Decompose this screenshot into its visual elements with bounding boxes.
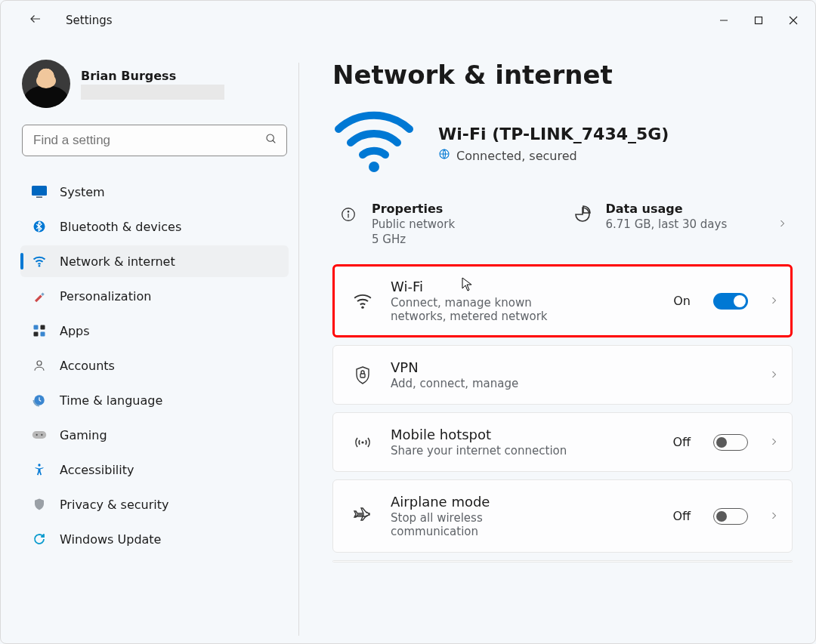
setting-title: Mobile hotspot xyxy=(391,427,656,442)
svg-point-22 xyxy=(348,211,348,212)
svg-point-12 xyxy=(37,361,42,365)
sidebar-nav: System Bluetooth & devices Network & int… xyxy=(19,176,290,555)
sidebar-item-network[interactable]: Network & internet xyxy=(20,245,289,277)
svg-point-2 xyxy=(267,134,274,141)
setting-airplane[interactable]: Airplane mode Stop all wireless communic… xyxy=(332,479,793,553)
setting-sub: Connect, manage known networks, metered … xyxy=(391,296,587,323)
sidebar-item-gaming[interactable]: Gaming xyxy=(20,419,289,451)
sidebar-item-time[interactable]: Time & language xyxy=(20,384,289,416)
search-input[interactable] xyxy=(32,132,265,149)
setting-title: Wi-Fi xyxy=(391,279,657,294)
connection-subtitle: Connected, secured xyxy=(456,149,577,163)
svg-point-23 xyxy=(361,306,363,308)
wifi-large-icon xyxy=(332,108,416,179)
svg-rect-10 xyxy=(34,332,39,337)
sidebar-item-label: Windows Update xyxy=(60,532,161,547)
minimize-button[interactable] xyxy=(706,8,741,32)
sidebar-item-accounts[interactable]: Accounts xyxy=(20,350,289,381)
chevron-right-icon xyxy=(769,367,778,383)
search-box[interactable] xyxy=(22,125,287,156)
airplane-icon xyxy=(351,507,374,525)
chevron-right-icon xyxy=(777,216,787,232)
sidebar-item-apps[interactable]: Apps xyxy=(20,315,289,347)
sidebar-item-label: Gaming xyxy=(60,428,107,442)
setting-title: Airplane mode xyxy=(391,494,656,510)
toggle-state-label: Off xyxy=(672,509,691,523)
svg-rect-8 xyxy=(34,325,39,330)
sidebar-item-bluetooth[interactable]: Bluetooth & devices xyxy=(20,211,289,242)
properties-line2: 5 GHz xyxy=(372,233,455,246)
airplane-toggle[interactable] xyxy=(713,508,748,525)
data-usage-icon xyxy=(573,205,592,224)
maximize-button[interactable] xyxy=(741,8,776,32)
hotspot-toggle[interactable] xyxy=(713,434,748,451)
sidebar-item-label: Accessibility xyxy=(60,463,134,477)
bluetooth-icon xyxy=(31,218,48,235)
wifi-icon xyxy=(351,293,374,310)
setting-vpn[interactable]: VPN Add, connect, manage xyxy=(332,345,793,405)
sidebar-item-label: Network & internet xyxy=(60,254,175,269)
svg-rect-11 xyxy=(41,332,45,337)
titlebar: Settings xyxy=(1,1,815,40)
sidebar-item-label: Accounts xyxy=(60,359,115,373)
sidebar: Brian Burgess System Bluetooth & devices… xyxy=(1,40,299,643)
content-area: Network & internet Wi-Fi (TP-LINK_7434_5… xyxy=(299,40,815,643)
sidebar-item-label: Personalization xyxy=(60,289,151,304)
sidebar-item-accessibility[interactable]: Accessibility xyxy=(20,454,289,485)
svg-point-19 xyxy=(369,162,379,172)
chevron-right-icon xyxy=(769,508,778,524)
update-icon xyxy=(31,531,48,547)
gaming-icon xyxy=(31,427,48,443)
setting-title: VPN xyxy=(391,359,748,375)
setting-sub: Add, connect, manage xyxy=(391,377,748,390)
connection-title: Wi-Fi (TP-LINK_7434_5G) xyxy=(438,125,669,143)
globe-icon xyxy=(438,148,450,163)
properties-card[interactable]: Properties Public network 5 GHz xyxy=(332,197,559,251)
sidebar-item-label: Time & language xyxy=(60,393,162,408)
wifi-icon xyxy=(31,253,48,270)
svg-rect-3 xyxy=(32,186,47,196)
sidebar-item-privacy[interactable]: Privacy & security xyxy=(20,488,289,520)
svg-rect-1 xyxy=(756,17,762,24)
sidebar-item-label: Bluetooth & devices xyxy=(60,220,181,234)
svg-point-17 xyxy=(41,434,42,436)
close-button[interactable] xyxy=(776,8,811,32)
network-status: Wi-Fi (TP-LINK_7434_5G) Connected, secur… xyxy=(332,108,793,179)
back-button[interactable] xyxy=(25,11,46,29)
user-name: Brian Burgess xyxy=(81,69,224,83)
hotspot-icon xyxy=(351,434,374,451)
user-profile[interactable]: Brian Burgess xyxy=(19,60,290,108)
svg-point-16 xyxy=(36,434,38,436)
svg-point-7 xyxy=(39,265,41,267)
setting-wifi[interactable]: Wi-Fi Connect, manage known networks, me… xyxy=(332,264,793,337)
wifi-toggle[interactable] xyxy=(713,293,748,310)
svg-point-18 xyxy=(38,464,40,466)
properties-title: Properties xyxy=(372,202,455,216)
sidebar-item-label: Privacy & security xyxy=(60,498,168,512)
sidebar-item-system[interactable]: System xyxy=(20,176,289,208)
setting-sub: Share your internet connection xyxy=(391,444,656,458)
chevron-right-icon xyxy=(769,293,778,309)
sidebar-item-update[interactable]: Windows Update xyxy=(20,523,289,555)
sidebar-item-label: System xyxy=(60,185,105,199)
chevron-right-icon xyxy=(769,434,778,450)
sidebar-item-personalization[interactable]: Personalization xyxy=(20,280,289,312)
sidebar-item-label: Apps xyxy=(60,324,90,338)
data-usage-card[interactable]: Data usage 6.71 GB, last 30 days xyxy=(567,197,793,251)
svg-rect-24 xyxy=(360,374,365,377)
setting-hotspot[interactable]: Mobile hotspot Share your internet conne… xyxy=(332,412,793,472)
time-icon xyxy=(31,392,48,408)
user-subtitle-redacted xyxy=(81,85,224,100)
accounts-icon xyxy=(31,357,48,374)
vpn-icon xyxy=(351,365,374,385)
sidebar-divider xyxy=(298,63,299,636)
setting-more-peek[interactable] xyxy=(332,560,793,562)
personalize-icon xyxy=(31,288,48,304)
window-title: Settings xyxy=(66,14,113,27)
data-usage-line1: 6.71 GB, last 30 days xyxy=(606,217,765,231)
svg-point-25 xyxy=(361,441,363,443)
accessibility-icon xyxy=(31,461,48,478)
toggle-state-label: On xyxy=(673,294,691,308)
toggle-state-label: Off xyxy=(672,435,691,449)
system-icon xyxy=(31,183,48,200)
